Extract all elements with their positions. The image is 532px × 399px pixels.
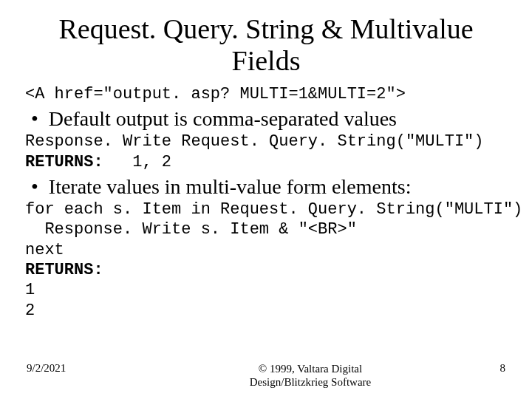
slide: Request. Query. String & Multivalue Fiel… xyxy=(0,0,532,399)
returns-block-1: RETURNS: 1, 2 xyxy=(25,153,507,171)
bullet-iterate-values: Iterate values in multi-value form eleme… xyxy=(25,174,507,199)
slide-footer: 9/2/2021 © 1999, Valtara Digital Design/… xyxy=(0,362,532,389)
returns-label-1: RETURNS: xyxy=(25,153,103,171)
returns-value-1: 1, 2 xyxy=(103,153,171,171)
title-line-1: Request. Query. String & Multivalue xyxy=(58,13,473,44)
footer-copyright-line-2: Design/Blitzkrieg Software xyxy=(250,376,372,388)
code-response-write-1: Response. Write Request. Query. String("… xyxy=(25,132,507,151)
returns-label-2: RETURNS: xyxy=(25,261,103,279)
returns-2-line-2: 2 xyxy=(25,301,507,320)
code-loop-line-3: next xyxy=(25,241,507,259)
slide-title: Request. Query. String & Multivalue Fiel… xyxy=(25,13,507,76)
footer-date: 9/2/2021 xyxy=(27,362,145,375)
footer-copyright-line-1: © 1999, Valtara Digital xyxy=(259,363,362,375)
code-loop-line-2: Response. Write s. Item & "<BR>" xyxy=(25,220,507,239)
returns-block-2: RETURNS: xyxy=(25,261,507,279)
bullet-default-output: Default output is comma-separated values xyxy=(25,106,507,131)
code-anchor-href: <A href="output. asp? MULTI=1&MULTI=2"> xyxy=(25,85,507,103)
footer-copyright: © 1999, Valtara Digital Design/Blitzkrie… xyxy=(145,362,476,389)
title-line-2: Fields xyxy=(232,45,301,76)
code-loop-line-1: for each s. Item in Request. Query. Stri… xyxy=(25,200,507,219)
returns-2-line-1: 1 xyxy=(25,281,507,299)
footer-page-number: 8 xyxy=(476,362,505,375)
